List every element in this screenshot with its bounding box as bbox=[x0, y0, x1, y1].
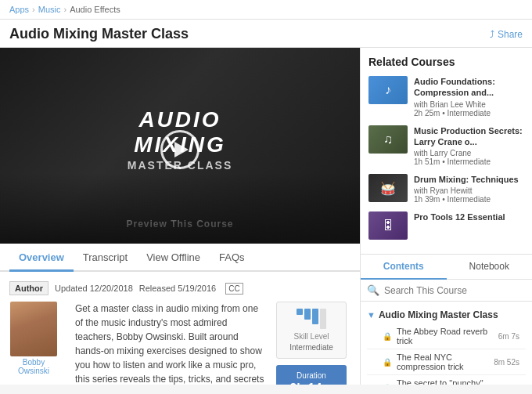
left-column: AUDIO MIXING MASTER CLASS Preview This C… bbox=[0, 48, 360, 385]
author-section: Author Updated 12/20/2018 Released 5/19/… bbox=[0, 272, 360, 385]
related-course-title-2: Music Production Secrets: Larry Crane o.… bbox=[414, 125, 524, 148]
lock-icon: 🔒 bbox=[383, 384, 392, 385]
main-layout: AUDIO MIXING MASTER CLASS Preview This C… bbox=[0, 48, 532, 385]
left-bottom: Bobby Owsinski Get a master class in aud… bbox=[9, 302, 350, 385]
tab-notebook[interactable]: Notebook bbox=[447, 255, 533, 280]
avatar bbox=[10, 302, 57, 356]
breadcrumb-current: Audio Effects bbox=[70, 5, 120, 14]
video-container: AUDIO MIXING MASTER CLASS Preview This C… bbox=[0, 48, 360, 244]
author-description: Get a master class in audio mixing from … bbox=[75, 302, 266, 385]
tree-expand-icon[interactable]: ▼ bbox=[367, 310, 376, 320]
related-course-item[interactable]: 🥁 Drum Mixing: Techniques with Ryan Hewi… bbox=[368, 174, 524, 204]
tab-overview[interactable]: Overview bbox=[9, 244, 74, 272]
skill-level-box: Skill Level Intermediate bbox=[276, 302, 347, 359]
search-icon: 🔍 bbox=[367, 284, 379, 296]
video-background: AUDIO MIXING MASTER CLASS Preview This C… bbox=[0, 48, 360, 244]
related-course-title-1: Audio Foundations: Compression and... bbox=[414, 76, 524, 99]
stats-area: Skill Level Intermediate Duration 9h 14m… bbox=[272, 302, 350, 385]
author-name: Bobby Owsinski bbox=[9, 358, 58, 375]
play-icon bbox=[174, 142, 189, 157]
course-tree: ▼ Audio Mixing Master Class 🔒 The Abbey … bbox=[361, 302, 532, 385]
related-thumb-icon-3: 🥁 bbox=[380, 181, 396, 196]
play-button[interactable] bbox=[160, 130, 200, 169]
duration-box: Duration 9h 14m bbox=[276, 365, 347, 385]
skill-bar-1 bbox=[297, 309, 303, 315]
skill-bars bbox=[283, 309, 340, 329]
related-courses-section: Related Courses ♪ Audio Foundations: Com… bbox=[361, 48, 532, 254]
tab-contents[interactable]: Contents bbox=[361, 255, 447, 280]
tab-faqs[interactable]: FAQs bbox=[210, 244, 254, 272]
tree-item[interactable]: 🔒 The Real NYC compression trick 8m 52s bbox=[367, 349, 526, 375]
skill-bar-2 bbox=[304, 309, 311, 320]
related-course-item[interactable]: 🎛 Pro Tools 12 Essential bbox=[368, 211, 524, 240]
related-meta-3: with Ryan Hewitt 1h 39m • Intermediate bbox=[414, 186, 524, 204]
author-content: Bobby Owsinski Get a master class in aud… bbox=[9, 302, 272, 385]
author-meta: Author Updated 12/20/2018 Released 5/19/… bbox=[9, 281, 350, 295]
page-header: Audio Mixing Master Class ⤴ Share bbox=[0, 20, 532, 48]
avatar-image bbox=[10, 302, 57, 356]
cc-badge: CC bbox=[225, 283, 243, 295]
right-sidebar: Related Courses ♪ Audio Foundations: Com… bbox=[360, 48, 532, 385]
related-thumb-icon-4: 🎛 bbox=[382, 219, 394, 233]
related-thumb-4: 🎛 bbox=[368, 211, 408, 240]
related-course-item[interactable]: ♫ Music Production Secrets: Larry Crane … bbox=[368, 125, 524, 167]
content-tabs: Contents Notebook bbox=[361, 255, 532, 280]
related-course-item[interactable]: ♪ Audio Foundations: Compression and... … bbox=[368, 76, 524, 117]
lock-icon: 🔒 bbox=[383, 358, 392, 367]
skill-bar-4 bbox=[320, 309, 326, 329]
released-text: Released 5/19/2016 bbox=[139, 284, 216, 293]
search-input[interactable] bbox=[384, 285, 526, 296]
related-info-4: Pro Tools 12 Essential bbox=[414, 211, 524, 224]
tab-view-offline[interactable]: View Offline bbox=[137, 244, 210, 272]
tab-transcript[interactable]: Transcript bbox=[74, 244, 137, 272]
tree-section: ▼ Audio Mixing Master Class 🔒 The Abbey … bbox=[361, 305, 532, 385]
video-overlay bbox=[0, 173, 360, 244]
lock-icon: 🔒 bbox=[383, 332, 392, 341]
page-title: Audio Mixing Master Class bbox=[9, 26, 189, 42]
related-meta-2: with Larry Crane 1h 51m • Intermediate bbox=[414, 149, 524, 166]
skill-bar-3 bbox=[312, 309, 318, 324]
share-button[interactable]: ⤴ Share bbox=[490, 29, 523, 40]
related-info-2: Music Production Secrets: Larry Crane o.… bbox=[414, 125, 524, 167]
breadcrumb-music[interactable]: Music bbox=[38, 5, 61, 14]
related-thumb-3: 🥁 bbox=[368, 174, 408, 202]
breadcrumb: Apps › Music › Audio Effects bbox=[0, 0, 532, 20]
related-course-title-3: Drum Mixing: Techniques bbox=[414, 174, 524, 185]
tree-item[interactable]: 🔒 The Abbey Road reverb trick 6m 7s bbox=[367, 324, 526, 349]
related-thumb-1: ♪ bbox=[368, 76, 408, 104]
course-search: 🔍 bbox=[361, 280, 532, 302]
author-label: Author bbox=[9, 281, 49, 295]
course-tabs: Overview Transcript View Offline FAQs bbox=[0, 244, 360, 272]
related-thumb-2: ♫ bbox=[368, 125, 408, 154]
related-course-title-4: Pro Tools 12 Essential bbox=[414, 211, 524, 222]
breadcrumb-apps[interactable]: Apps bbox=[9, 5, 29, 14]
related-info-3: Drum Mixing: Techniques with Ryan Hewitt… bbox=[414, 174, 524, 204]
related-courses-title: Related Courses bbox=[368, 56, 524, 68]
updated-text: Updated 12/20/2018 bbox=[55, 284, 133, 293]
related-thumb-icon-2: ♫ bbox=[383, 132, 393, 146]
tree-item[interactable]: 🔒 The secret to "punchy" drums 6m 46s bbox=[367, 375, 526, 385]
related-info-1: Audio Foundations: Compression and... wi… bbox=[414, 76, 524, 117]
related-meta-1: with Brian Lee White 2h 25m • Intermedia… bbox=[414, 100, 524, 117]
related-thumb-icon-1: ♪ bbox=[385, 83, 391, 97]
tree-section-title: ▼ Audio Mixing Master Class bbox=[367, 309, 526, 320]
share-icon: ⤴ bbox=[490, 29, 494, 40]
